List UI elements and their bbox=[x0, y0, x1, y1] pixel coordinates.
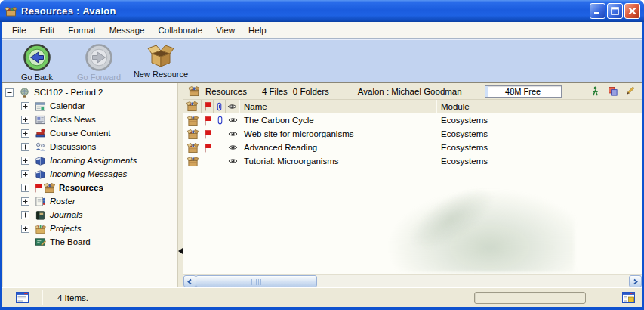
list-item[interactable]: Tutorial: Microorganisms Ecosystems bbox=[183, 154, 642, 168]
tree-item-resources[interactable]: Resources bbox=[2, 181, 177, 194]
tree-item-label: Calendar bbox=[50, 101, 85, 110]
go-back-button[interactable]: Go Back bbox=[8, 43, 66, 82]
scroll-right-button[interactable] bbox=[629, 275, 642, 287]
copy-documents-icon[interactable] bbox=[607, 85, 618, 97]
new-resource-box-icon bbox=[146, 43, 175, 69]
new-resource-button[interactable]: New Resource bbox=[132, 43, 190, 79]
title-bar[interactable]: Resources : Avalon bbox=[0, 0, 644, 22]
item-module: Ecosystems bbox=[436, 129, 642, 138]
maximize-icon bbox=[611, 7, 619, 15]
expand-icon[interactable] bbox=[21, 170, 29, 178]
collapse-icon[interactable] bbox=[5, 88, 14, 97]
close-button[interactable] bbox=[624, 3, 640, 19]
item-name: Advanced Reading bbox=[239, 143, 436, 152]
tree-item-the-board[interactable]: The Board bbox=[2, 235, 177, 249]
edit-pencil-icon[interactable] bbox=[624, 85, 636, 97]
column-flag[interactable] bbox=[202, 100, 214, 113]
expand-icon[interactable] bbox=[21, 102, 29, 110]
panel-splitter[interactable] bbox=[177, 83, 183, 287]
tree-item-label: Resources bbox=[59, 183, 103, 192]
expand-icon[interactable] bbox=[21, 129, 29, 138]
expand-icon[interactable] bbox=[21, 157, 29, 165]
list-item[interactable]: Web site for microorganisms Ecosystems bbox=[183, 127, 642, 141]
people-icon bbox=[35, 141, 46, 153]
tree-item-label: Incoming Messages bbox=[50, 169, 127, 178]
flag-icon bbox=[203, 101, 212, 111]
app-window: Resources : Avalon File Edit Format Mess… bbox=[0, 0, 644, 310]
new-resource-label: New Resource bbox=[134, 70, 188, 79]
collapse-panel-arrow-icon[interactable] bbox=[178, 248, 183, 254]
tree-item-journals[interactable]: Journals bbox=[2, 208, 177, 222]
tree-item-roster[interactable]: Roster bbox=[2, 194, 177, 208]
tree-item-course[interactable]: SCI102 - Period 2 bbox=[2, 85, 177, 99]
menu-edit[interactable]: Edit bbox=[33, 23, 62, 37]
column-item-icon[interactable] bbox=[183, 100, 202, 113]
viewed-eye-icon bbox=[228, 142, 238, 153]
tree-item-projects[interactable]: Projects bbox=[2, 222, 177, 235]
resource-box-icon bbox=[187, 129, 199, 140]
column-viewed[interactable] bbox=[226, 100, 239, 113]
menu-collaborate[interactable]: Collaborate bbox=[151, 23, 209, 37]
view-toggle-button[interactable] bbox=[2, 292, 42, 303]
item-module: Ecosystems bbox=[436, 116, 642, 125]
folder-count: 0 Folders bbox=[293, 87, 329, 96]
tree-item-incoming-assignments[interactable]: Incoming Assignments bbox=[2, 153, 177, 167]
horizontal-scrollbar[interactable] bbox=[183, 274, 642, 287]
split-view-button[interactable] bbox=[622, 292, 635, 303]
folder-title: Resources bbox=[205, 87, 247, 96]
scroll-left-button[interactable] bbox=[183, 275, 196, 287]
menu-bar: File Edit Format Message Collaborate Vie… bbox=[2, 22, 642, 39]
close-icon bbox=[628, 7, 636, 15]
menu-view[interactable]: View bbox=[209, 23, 242, 37]
expand-icon[interactable] bbox=[21, 116, 29, 124]
main-area: SCI102 - Period 2 Calendar Class News Co… bbox=[2, 82, 642, 287]
menu-format[interactable]: Format bbox=[61, 23, 102, 37]
go-back-icon bbox=[23, 43, 51, 72]
flag-icon bbox=[203, 129, 212, 139]
menu-file[interactable]: File bbox=[5, 23, 33, 37]
course-tree-panel: SCI102 - Period 2 Calendar Class News Co… bbox=[2, 83, 177, 287]
expand-icon[interactable] bbox=[21, 211, 29, 219]
course-globe-icon bbox=[19, 87, 30, 98]
attachment-paperclip-icon bbox=[215, 115, 225, 126]
tree-item-label: Roster bbox=[50, 197, 75, 206]
gauge-fill bbox=[485, 86, 488, 97]
menu-help[interactable]: Help bbox=[242, 23, 273, 37]
tree-item-incoming-messages[interactable]: Incoming Messages bbox=[2, 167, 177, 181]
column-attachment[interactable] bbox=[214, 100, 226, 113]
go-forward-button[interactable]: Go Forward bbox=[70, 43, 128, 82]
status-separator bbox=[42, 290, 42, 305]
flag-icon bbox=[203, 116, 212, 126]
journal-book-icon bbox=[35, 209, 46, 221]
resource-box-icon bbox=[187, 156, 199, 167]
item-module: Ecosystems bbox=[436, 157, 642, 166]
expand-icon[interactable] bbox=[21, 225, 29, 233]
chevron-right-icon bbox=[632, 278, 639, 285]
app-resource-box-icon bbox=[5, 5, 17, 17]
menu-message[interactable]: Message bbox=[103, 23, 152, 37]
tree-item-class-news[interactable]: Class News bbox=[2, 113, 177, 126]
expand-icon[interactable] bbox=[21, 143, 29, 151]
viewed-eye-icon bbox=[228, 115, 238, 126]
free-space-gauge: 48M Free bbox=[485, 85, 562, 98]
calendar-icon bbox=[35, 101, 46, 112]
column-module[interactable]: Module bbox=[436, 102, 642, 111]
maximize-button[interactable] bbox=[607, 3, 623, 19]
tree-item-course-content[interactable]: Course Content bbox=[2, 126, 177, 140]
tree-item-label: The Board bbox=[50, 237, 91, 246]
expand-icon[interactable] bbox=[21, 197, 29, 206]
column-name[interactable]: Name bbox=[239, 100, 436, 113]
minimize-button[interactable] bbox=[590, 3, 605, 19]
tree-item-discussions[interactable]: Discussions bbox=[2, 140, 177, 153]
tree-item-calendar[interactable]: Calendar bbox=[2, 99, 177, 113]
list-item[interactable]: The Carbon Cycle Ecosystems bbox=[183, 113, 642, 127]
window-list-icon bbox=[16, 292, 29, 303]
minimize-icon bbox=[593, 7, 602, 15]
scrollbar-thumb[interactable] bbox=[196, 275, 317, 287]
file-count: 4 Files bbox=[262, 87, 288, 96]
tree-item-label: Class News bbox=[50, 115, 96, 124]
list-item[interactable]: Advanced Reading Ecosystems bbox=[183, 141, 642, 154]
item-module: Ecosystems bbox=[436, 143, 642, 152]
member-person-icon[interactable] bbox=[590, 85, 601, 97]
expand-icon[interactable] bbox=[21, 184, 29, 192]
